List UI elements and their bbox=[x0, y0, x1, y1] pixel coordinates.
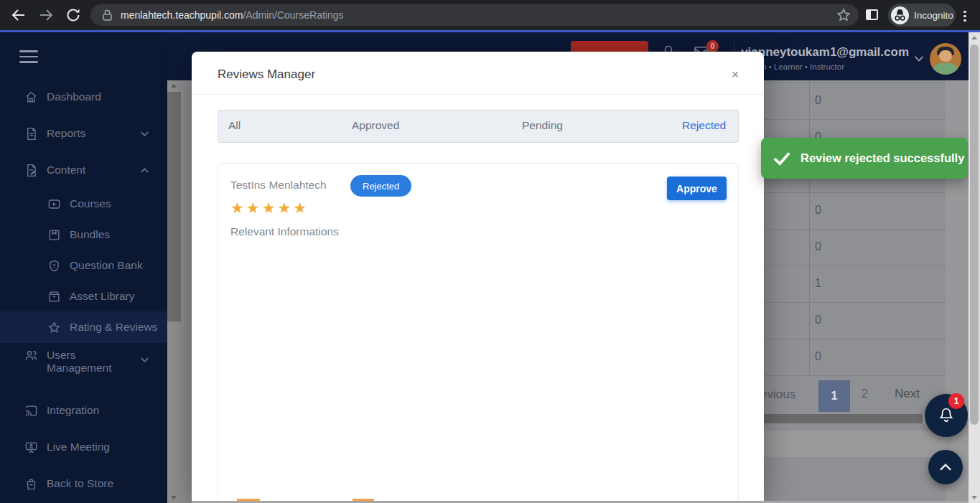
rating-stars: ★★★★★ bbox=[230, 199, 309, 217]
reviews-manager-modal: Reviews Manager × All Approved Pending R… bbox=[192, 52, 764, 503]
toast-message: Review rejected successfully bbox=[801, 151, 964, 165]
table-row-line bbox=[754, 229, 946, 230]
svg-text:?: ? bbox=[52, 263, 55, 268]
modal-title: Reviews Manager bbox=[218, 67, 315, 82]
browser-menu-icon[interactable] bbox=[963, 9, 966, 24]
messages-badge: 0 bbox=[706, 40, 719, 52]
cast-icon bbox=[24, 404, 38, 418]
table-cell: 0 bbox=[815, 350, 844, 363]
tab-rejected[interactable]: Rejected bbox=[682, 119, 726, 132]
forward-icon[interactable] bbox=[37, 6, 55, 24]
bundle-icon bbox=[47, 228, 61, 242]
table-cell: 0 bbox=[815, 240, 844, 253]
review-card: TestIns Menlahtech Rejected Approve ★★★★… bbox=[218, 163, 739, 503]
table-cell: 0 bbox=[815, 314, 844, 326]
content-vertical-scrollbar[interactable] bbox=[167, 80, 181, 503]
side-panel-icon[interactable] bbox=[866, 9, 878, 20]
table-cell: 1 bbox=[815, 277, 844, 290]
browser-scrollbar-thumb[interactable] bbox=[970, 44, 979, 425]
back-icon[interactable] bbox=[10, 6, 27, 24]
review-comment: Relevant Informations bbox=[230, 225, 339, 238]
sidebar-item-users-management[interactable]: UsersManagement bbox=[0, 343, 167, 386]
avatar[interactable] bbox=[930, 43, 961, 75]
bell-icon bbox=[937, 406, 956, 425]
archive-box-icon bbox=[47, 290, 61, 304]
table-column-divider bbox=[809, 80, 810, 375]
status-badge: Rejected bbox=[350, 175, 411, 197]
pagination-page-1[interactable]: 1 bbox=[818, 380, 850, 412]
table-horizontal-scrollbar-thumb[interactable] bbox=[754, 414, 923, 423]
report-icon bbox=[24, 127, 38, 141]
scrollbar-up-arrow-icon[interactable] bbox=[971, 36, 977, 39]
browser-scrollbar[interactable] bbox=[969, 32, 980, 503]
lock-icon bbox=[101, 9, 114, 22]
chevron-up-icon bbox=[938, 459, 953, 475]
table-row-line bbox=[754, 375, 946, 376]
sidebar-item-content[interactable]: Content bbox=[0, 154, 167, 186]
content-vertical-scrollbar-thumb[interactable] bbox=[167, 92, 181, 321]
video-icon bbox=[47, 197, 61, 211]
sidebar-item-courses[interactable]: Courses bbox=[0, 188, 167, 220]
pagination-page-2[interactable]: 2 bbox=[862, 387, 868, 400]
divider bbox=[192, 94, 764, 95]
notifications-badge: 1 bbox=[948, 393, 964, 409]
tab-all[interactable]: All bbox=[228, 119, 241, 132]
sidebar-item-reports[interactable]: Reports bbox=[0, 118, 167, 149]
chevron-down-icon bbox=[138, 353, 151, 367]
presentation-icon bbox=[24, 441, 38, 454]
hamburger-menu-icon[interactable] bbox=[19, 47, 38, 67]
avatar-face bbox=[939, 50, 952, 62]
sidebar-item-back-to-store[interactable]: Back to Store bbox=[0, 468, 167, 499]
chevron-up-icon bbox=[138, 164, 151, 177]
scroll-to-top-fab[interactable] bbox=[928, 450, 963, 484]
approve-button[interactable]: Approve bbox=[667, 177, 727, 200]
scrollbar-down-arrow-icon[interactable] bbox=[971, 496, 977, 499]
pagination-next[interactable]: Next bbox=[895, 387, 920, 401]
incognito-label: Incognito bbox=[914, 10, 953, 21]
sidebar-item-dashboard[interactable]: Dashboard bbox=[0, 81, 167, 113]
incognito-icon bbox=[891, 6, 909, 24]
tab-approved[interactable]: Approved bbox=[352, 119, 399, 132]
accent-line bbox=[0, 30, 980, 32]
browser-toolbar: menlahtech.teachpupil.com/Admin/CourseRa… bbox=[0, 0, 980, 30]
sidebar-item-bundles[interactable]: Bundles bbox=[0, 219, 167, 250]
url-path: /Admin/CourseRatings bbox=[243, 9, 343, 21]
table-cell: 0 bbox=[815, 94, 844, 107]
sidebar-item-rating-reviews[interactable]: Rating & Reviews bbox=[0, 311, 167, 343]
incognito-badge: Incognito bbox=[888, 4, 956, 27]
chevron-down-icon[interactable] bbox=[913, 55, 925, 63]
address-bar[interactable]: menlahtech.teachpupil.com/Admin/CourseRa… bbox=[90, 4, 859, 26]
sidebar-item-integration[interactable]: Integration bbox=[0, 395, 167, 426]
table-row-line bbox=[754, 302, 946, 303]
chevron-down-icon bbox=[138, 127, 151, 141]
tab-pending[interactable]: Pending bbox=[522, 119, 563, 132]
close-icon[interactable]: × bbox=[727, 66, 744, 83]
content-edit-icon bbox=[24, 164, 38, 177]
sidebar-item-asset-library[interactable]: Asset Library bbox=[0, 281, 167, 312]
table-row-line bbox=[754, 119, 946, 120]
review-author: TestIns Menlahtech bbox=[230, 179, 327, 192]
url-domain: menlahtech.teachpupil.com bbox=[121, 9, 243, 21]
home-icon bbox=[24, 90, 38, 104]
table-row-line bbox=[754, 265, 946, 266]
table-row-line bbox=[754, 339, 946, 339]
scroll-up-arrow-icon[interactable] bbox=[171, 84, 177, 88]
sidebar: Dashboard Reports Content Courses Bundle… bbox=[0, 32, 167, 503]
table-row-line bbox=[754, 192, 946, 193]
star-icon bbox=[47, 321, 61, 334]
scroll-down-arrow-icon[interactable] bbox=[171, 496, 177, 499]
sidebar-item-live-meeting[interactable]: Live Meeting bbox=[0, 431, 167, 463]
success-toast: Review rejected successfully bbox=[761, 138, 968, 179]
store-bag-icon bbox=[24, 477, 38, 491]
bookmark-star-icon[interactable] bbox=[836, 7, 851, 23]
shield-question-icon: ? bbox=[47, 259, 61, 273]
reload-icon[interactable] bbox=[65, 6, 82, 24]
table-footer-band bbox=[754, 431, 946, 457]
table-row-line bbox=[754, 83, 946, 83]
sidebar-item-question-bank[interactable]: ? Question Bank bbox=[0, 250, 167, 281]
review-status-tabbar bbox=[218, 110, 739, 143]
users-icon bbox=[24, 349, 38, 362]
check-icon bbox=[773, 149, 791, 168]
table-cell: 0 bbox=[815, 204, 844, 217]
